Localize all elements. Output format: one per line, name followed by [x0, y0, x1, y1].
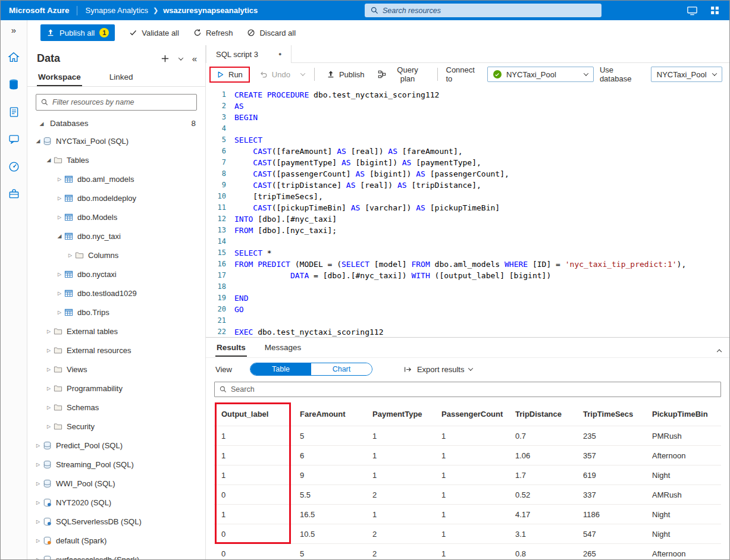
nav-develop-icon[interactable] [1, 98, 27, 125]
expand-node-icon[interactable]: ▷ [55, 177, 64, 182]
collapse-panel-icon[interactable]: « [192, 54, 197, 64]
expand-node-icon[interactable]: ▷ [44, 386, 54, 391]
expand-node-icon[interactable]: ▷ [55, 291, 64, 296]
filter-resources-box[interactable] [36, 94, 197, 111]
tab-messages[interactable]: Messages [264, 338, 303, 357]
nav-integrate-icon[interactable] [1, 125, 27, 153]
code-line[interactable] [234, 123, 729, 134]
table-row[interactable]: 19111.7619Night [214, 465, 721, 485]
code-line[interactable]: CAST([paymentType] AS [bigint]) AS [paym… [234, 157, 729, 168]
toggle-chart[interactable]: Chart [311, 363, 372, 375]
code-line[interactable]: EXEC dbo.test_nyctaxi_scoring112 [234, 326, 729, 337]
column-header[interactable]: TripDistance [508, 410, 576, 419]
expand-node-icon[interactable]: ▷ [44, 424, 54, 429]
code-line[interactable]: BEGIN [234, 112, 729, 123]
expand-node-icon[interactable]: ▷ [55, 215, 64, 220]
breadcrumb-app[interactable]: Synapse Analytics [86, 6, 149, 15]
code-line[interactable]: CAST([fareAmount] AS [real]) AS [fareAmo… [234, 146, 729, 157]
tree-item[interactable]: ▷dbo.Trips [27, 303, 205, 322]
app-switcher-icon[interactable] [710, 5, 720, 15]
expand-node-icon[interactable]: ▷ [44, 348, 54, 353]
code-line[interactable]: GO [234, 304, 729, 315]
code-line[interactable]: END [234, 292, 729, 304]
tree-item[interactable]: ▷default (Spark) [27, 531, 205, 550]
code-line[interactable]: CREATE PROCEDURE dbo.test_nyctaxi_scorin… [234, 89, 729, 100]
add-resource-icon[interactable] [161, 54, 170, 63]
validate-all-button[interactable]: Validate all [129, 29, 179, 37]
undo-redo-dropdown-icon[interactable] [300, 70, 306, 78]
expand-node-icon[interactable]: ▷ [55, 272, 64, 277]
tree-item[interactable]: ▷dbo.testload1029 [27, 284, 205, 303]
column-header[interactable]: TripTimeSecs [576, 410, 645, 419]
tree-item[interactable]: ▷surfacescalesdb (Spark) [27, 550, 205, 559]
column-header[interactable]: Output_label [214, 410, 293, 419]
tree-item[interactable]: ▷NYT2020 (SQL) [27, 493, 205, 512]
results-search-box[interactable] [214, 382, 721, 397]
global-search-input[interactable] [383, 7, 596, 15]
tree-item[interactable]: ▷dbo.modeldeploy [27, 188, 205, 207]
query-plan-button[interactable]: Query plan [374, 63, 429, 86]
column-header[interactable]: PickupTimeBin [645, 410, 721, 419]
code-line[interactable] [234, 315, 729, 326]
tree-item[interactable]: ▷dbo.nyctaxi [27, 265, 205, 284]
expand-node-icon[interactable]: ▷ [33, 519, 43, 524]
code-line[interactable] [234, 281, 729, 292]
tree-item[interactable]: ▷SQLServerlessDB (SQL) [27, 512, 205, 531]
expand-node-icon[interactable]: ▷ [44, 405, 54, 410]
actions-chevron-icon[interactable] [179, 57, 183, 61]
filter-resources-input[interactable] [52, 98, 192, 106]
export-results-button[interactable]: Export results [403, 365, 472, 374]
table-row[interactable]: 116.5114.171186Night [214, 504, 721, 524]
results-search-input[interactable] [231, 385, 716, 394]
nav-manage-icon[interactable] [1, 180, 27, 207]
table-row[interactable]: 05.5210.52337AMRush [214, 485, 721, 504]
table-row[interactable]: 05210.8265Afternoon [214, 543, 721, 559]
code-line[interactable]: SELECT * [234, 247, 729, 259]
tree-item[interactable]: ▷Columns [27, 246, 205, 265]
refresh-button[interactable]: Refresh [193, 29, 233, 37]
collapse-node-icon[interactable]: ◢ [44, 157, 54, 163]
tree-item[interactable]: ▷WWI_Pool (SQL) [27, 474, 205, 493]
nav-monitor-icon[interactable] [1, 153, 27, 180]
editor-code[interactable]: CREATE PROCEDURE dbo.test_nyctaxi_scorin… [234, 86, 729, 337]
table-row[interactable]: 15110.7235PMRush [214, 426, 721, 445]
column-header[interactable]: FareAmount [293, 410, 365, 419]
collapse-node-icon[interactable]: ◢ [33, 138, 43, 144]
use-database-dropdown[interactable]: NYCTaxi_Pool [651, 67, 722, 82]
tree-item[interactable]: ▷External tables [27, 322, 205, 341]
toggle-table[interactable]: Table [250, 363, 311, 375]
tree-item[interactable]: ▷Schemas [27, 398, 205, 417]
tab-workspace[interactable]: Workspace [37, 68, 82, 86]
expand-node-icon[interactable]: ▷ [55, 310, 64, 315]
publish-all-button[interactable]: Publish all 1 [40, 24, 115, 41]
tree-item[interactable]: ▷Streaming_Pool (SQL) [27, 455, 205, 474]
code-line[interactable]: CAST([tripDistance] AS [real]) AS [tripD… [234, 180, 729, 191]
code-line[interactable]: CAST([pickupTimeBin] AS [varchar]) AS [p… [234, 202, 729, 213]
code-line[interactable] [234, 236, 729, 247]
tree-item[interactable]: ▷External resources [27, 341, 205, 360]
expand-node-icon[interactable]: ▷ [55, 196, 64, 201]
tree-item[interactable]: ▷Views [27, 360, 205, 379]
expand-node-icon[interactable]: ▷ [33, 538, 43, 543]
tab-linked[interactable]: Linked [108, 68, 134, 86]
expand-node-icon[interactable]: ▷ [33, 500, 43, 505]
undo-button[interactable]: Undo [256, 68, 294, 81]
expand-node-icon[interactable]: ▷ [33, 443, 43, 448]
expand-node-icon[interactable]: ▷ [65, 253, 75, 258]
expand-node-icon[interactable]: ▷ [33, 557, 43, 560]
code-line[interactable]: AS [234, 100, 729, 112]
tab-results[interactable]: Results [215, 338, 247, 357]
tree-item[interactable]: ▷dbo.Models [27, 207, 205, 226]
tree-item[interactable]: ◢Tables [27, 150, 205, 169]
nav-data-icon[interactable] [1, 71, 27, 98]
databases-section-header[interactable]: ◢ Databases 8 [27, 115, 205, 131]
code-line[interactable]: INTO [dbo].[#nyc_taxi] [234, 213, 729, 225]
tree-item[interactable]: ◢dbo.nyc_taxi [27, 226, 205, 246]
feedback-icon[interactable] [687, 5, 698, 16]
tree-item[interactable]: ◢NYCTaxi_Pool (SQL) [27, 131, 205, 150]
expand-node-icon[interactable]: ▷ [33, 481, 43, 486]
sql-editor[interactable]: 12345678910111213141516171819202122 CREA… [206, 86, 729, 337]
code-line[interactable]: [tripTimeSecs], [234, 191, 729, 202]
tab-sql-script-3[interactable]: SQL script 3 ● [206, 45, 292, 63]
collapse-results-icon[interactable] [718, 344, 721, 354]
